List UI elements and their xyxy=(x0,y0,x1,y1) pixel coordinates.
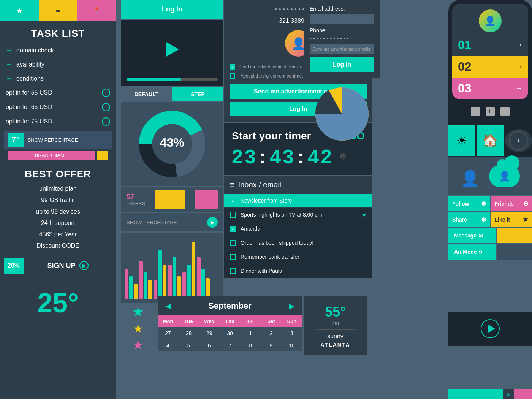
pin-button[interactable]: 📍 xyxy=(77,0,116,21)
radio-circle-icon[interactable] xyxy=(102,103,110,111)
message-button[interactable]: Message ✉ xyxy=(448,228,496,243)
show-pct-icon[interactable]: ▶ xyxy=(207,217,218,228)
bar xyxy=(158,250,162,299)
play-icon[interactable] xyxy=(166,42,179,57)
right-login-button[interactable]: Log In xyxy=(310,57,374,72)
offer-item: up to 99 devices xyxy=(0,206,116,217)
calendar-day[interactable]: 2 xyxy=(261,327,281,339)
bar xyxy=(187,265,191,299)
calendar-day[interactable]: 6 xyxy=(199,339,220,352)
back-icon[interactable]: ‹ xyxy=(509,131,528,150)
inbox-item[interactable]: Dinner with Paula xyxy=(224,264,372,278)
like-button[interactable]: Like it ★ xyxy=(491,212,532,227)
calendar-day[interactable]: 3 xyxy=(282,327,302,339)
air-mode-toggle[interactable] xyxy=(497,244,532,260)
checkbox-icon[interactable] xyxy=(230,268,236,274)
play-button[interactable] xyxy=(481,319,500,338)
signup-button[interactable]: SIGN UP ▶ xyxy=(24,256,112,275)
follow-button[interactable]: Follow ⊕ xyxy=(448,196,490,211)
inbox-item[interactable]: Sports highlights on TV at 8.00 pm ★ xyxy=(224,208,372,222)
show-pct-bar: SHOW PERCENTAGE ▶ xyxy=(121,213,223,231)
inbox-item[interactable]: ✓ Amanda xyxy=(224,222,372,236)
radio-opt-55[interactable]: opt in for 55 USD xyxy=(0,86,116,100)
checkbox-icon[interactable] xyxy=(230,212,236,218)
mid-left-panel: Log In DEFAULT STEP 43% 57° LOSERS SHOW … xyxy=(121,0,223,303)
phone-list-item[interactable]: 03 → xyxy=(452,78,528,99)
phone-label: Phone: xyxy=(310,27,374,33)
share-icon: ⊕ xyxy=(481,216,486,223)
task-item[interactable]: → conditions xyxy=(0,71,116,86)
like-label: Like it xyxy=(495,217,510,223)
back-button[interactable]: ‹ xyxy=(505,129,532,152)
radio-opt-65[interactable]: opt in for 65 USD xyxy=(0,100,116,114)
person-small-icon: 👤 xyxy=(499,171,510,182)
inbox-item[interactable]: Order has been shipped today! xyxy=(224,236,372,250)
offer-item: 24 h support xyxy=(0,217,116,229)
calendar-day[interactable]: 8 xyxy=(240,339,261,352)
bar-chart xyxy=(121,233,223,303)
phone-list-item[interactable]: 02 → xyxy=(452,56,528,78)
gear-icon[interactable]: ⚙ xyxy=(339,152,349,162)
home-icon-box[interactable]: 🏠 xyxy=(477,125,504,156)
checkbox-icon[interactable] xyxy=(230,240,236,246)
calendar-next-button[interactable]: ▶ xyxy=(289,301,294,310)
calendar-day[interactable]: 1 xyxy=(240,327,261,339)
task-item[interactable]: → availability xyxy=(0,57,116,71)
checkbox-icon[interactable] xyxy=(230,254,236,260)
star-button[interactable]: ★ xyxy=(0,0,39,21)
share-button[interactable]: Share ⊕ xyxy=(448,212,490,227)
radio-circle-icon[interactable] xyxy=(102,117,110,126)
phone-dots: •••••••••••• xyxy=(310,35,374,41)
checkbox-checked-icon[interactable]: ✓ xyxy=(230,198,236,204)
checkbox-empty-icon[interactable] xyxy=(230,73,235,79)
task-item[interactable]: → domain check xyxy=(0,43,116,57)
air-mode-label: Air Mode xyxy=(454,249,477,255)
menu-icon: ≡ xyxy=(230,180,234,189)
calendar-day[interactable]: 27 xyxy=(158,327,178,339)
sun-icon-box[interactable]: ☀ xyxy=(448,125,475,156)
tab-step[interactable]: STEP xyxy=(172,87,223,101)
calendar-day[interactable]: 30 xyxy=(220,327,240,339)
phone-stop-btn[interactable] xyxy=(471,107,480,116)
email-input[interactable] xyxy=(310,14,374,24)
screen-size-value: 7" xyxy=(8,133,24,147)
menu-button[interactable]: ≡ xyxy=(39,0,78,21)
tab-default[interactable]: DEFAULT xyxy=(121,87,172,101)
calendar-day[interactable]: 10 xyxy=(282,339,302,352)
calendar-day[interactable]: 4 xyxy=(158,339,178,352)
message-toggle[interactable] xyxy=(497,228,532,243)
bar-group xyxy=(139,261,152,299)
progress-fill xyxy=(127,78,181,81)
phone-item-num: 03 xyxy=(458,81,472,95)
arrow-icon: → xyxy=(6,74,13,82)
follow-label: Follow xyxy=(452,201,469,207)
calendar-day[interactable]: 5 xyxy=(178,339,199,352)
checkbox-checked-icon[interactable]: ✓ xyxy=(230,64,235,70)
radio-opt-75[interactable]: opt in for 75 USD xyxy=(0,114,116,129)
calendar-day[interactable]: 9 xyxy=(261,339,281,352)
calendar-prev-button[interactable]: ◀ xyxy=(165,301,171,310)
inbox-item-text: Remember bank transfer xyxy=(241,254,299,260)
calendar-header: ◀ September ▶ xyxy=(158,296,302,315)
calendar-day[interactable]: 7 xyxy=(220,339,240,352)
inbox-item[interactable]: Remember bank transfer xyxy=(224,250,372,264)
checkbox-checked-icon[interactable]: ✓ xyxy=(230,226,236,232)
brand-name-label: BRAND NAME xyxy=(8,151,95,160)
bar-group xyxy=(168,257,181,299)
phone-play-btn[interactable] xyxy=(500,107,510,116)
video-player[interactable] xyxy=(121,20,223,86)
phone-pause-btn[interactable]: ⏸ xyxy=(486,107,495,116)
radio-circle-icon[interactable] xyxy=(102,89,110,97)
login-button-mid[interactable]: Log In xyxy=(121,0,223,19)
friends-button[interactable]: Friends ⊕ xyxy=(491,196,532,211)
star-icon: ★ xyxy=(523,216,528,223)
radio-label: opt in for 75 USD xyxy=(6,118,52,125)
calendar-day[interactable]: 28 xyxy=(178,327,199,339)
losers-temp: 57° xyxy=(127,193,145,201)
bar xyxy=(168,265,172,299)
air-mode-button[interactable]: Air Mode ✈ xyxy=(448,244,496,260)
bottom-settings-icon[interactable]: ⚙ xyxy=(503,390,514,399)
calendar-day[interactable]: 29 xyxy=(199,327,220,339)
inbox-item[interactable]: ✓ Newsletter from Store ★ xyxy=(224,194,372,208)
phone-list-item[interactable]: 01 → xyxy=(452,34,528,56)
